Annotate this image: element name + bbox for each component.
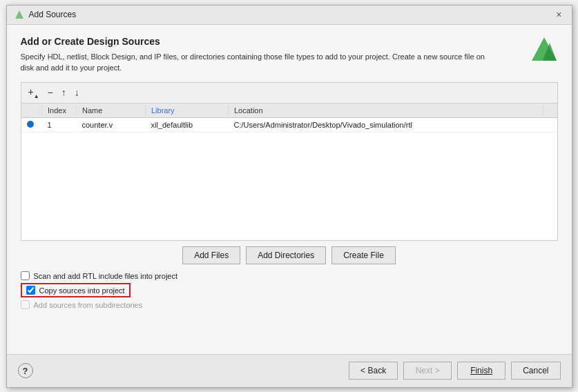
- create-file-button[interactable]: Create File: [331, 246, 396, 264]
- next-button[interactable]: Next >: [403, 362, 452, 380]
- add-subdirs-row: Add sources from subdirectories: [21, 300, 558, 309]
- add-icon: +: [28, 86, 34, 97]
- file-actions: Add Files Add Directories Create File: [21, 246, 558, 264]
- toolbar: +▲ − ↑ ↓: [21, 82, 558, 104]
- add-files-button[interactable]: Add Files: [182, 246, 240, 264]
- finish-button[interactable]: Finish: [457, 362, 505, 380]
- svg-marker-0: [15, 10, 23, 19]
- copy-sources-row: Copy sources into project: [21, 283, 131, 297]
- scan-rtl-label[interactable]: Scan and add RTL include files into proj…: [34, 272, 178, 280]
- sources-table: Index Name Library Location: [21, 104, 557, 133]
- col-status: [21, 104, 42, 118]
- row-name: counter.v: [77, 118, 146, 133]
- down-icon: ↓: [75, 87, 79, 98]
- table-header-row: Index Name Library Location: [21, 104, 557, 118]
- dialog-body: Add or Create Design Sources Specify HDL…: [7, 25, 572, 354]
- footer-right: < Back Next > Finish Cancel: [349, 362, 560, 380]
- remove-source-button[interactable]: −: [44, 86, 57, 99]
- up-icon: ↑: [61, 87, 66, 98]
- desc-line2: disk and add it to your project.: [21, 63, 122, 72]
- header-text: Add or Create Design Sources Specify HDL…: [21, 36, 530, 82]
- move-down-button[interactable]: ↓: [71, 86, 83, 99]
- col-location: Location: [229, 104, 543, 118]
- sources-table-area: Index Name Library Location: [21, 103, 558, 241]
- header-top: Add or Create Design Sources Specify HDL…: [21, 36, 558, 82]
- copy-sources-checkbox[interactable]: [26, 286, 35, 295]
- window-title: Add Sources: [29, 10, 77, 19]
- section-title: Add or Create Design Sources: [21, 36, 530, 47]
- minus-icon: −: [48, 87, 53, 98]
- title-bar-left: Add Sources: [14, 9, 77, 20]
- title-bar: Add Sources ×: [7, 6, 572, 25]
- row-status: [21, 118, 42, 133]
- options-area: Scan and add RTL include files into proj…: [21, 271, 558, 312]
- close-button[interactable]: ×: [553, 8, 564, 21]
- col-extra: [543, 104, 557, 118]
- col-index: Index: [42, 104, 77, 118]
- table-row[interactable]: 1 counter.v xil_defaultlib C:/Users/Admi…: [21, 118, 557, 133]
- section-desc: Specify HDL, netlist, Block Design, and …: [21, 51, 530, 74]
- row-location: C:/Users/Administrator/Desktop/Vivado_si…: [229, 118, 543, 133]
- row-extra: [543, 118, 557, 133]
- add-subdirs-checkbox[interactable]: [21, 300, 30, 309]
- add-sources-dialog: Add Sources × Add or Create Design Sourc…: [6, 5, 572, 388]
- vivado-logo: [530, 36, 558, 63]
- dialog-footer: ? < Back Next > Finish Cancel: [7, 354, 572, 387]
- row-library: xil_defaultlib: [146, 118, 229, 133]
- scan-rtl-row: Scan and add RTL include files into proj…: [21, 271, 558, 280]
- copy-sources-label[interactable]: Copy sources into project: [39, 286, 125, 295]
- cancel-button[interactable]: Cancel: [511, 362, 560, 380]
- row-index: 1: [42, 118, 77, 133]
- move-up-button[interactable]: ↑: [58, 86, 70, 99]
- back-button[interactable]: < Back: [349, 362, 398, 380]
- add-source-button[interactable]: +▲: [25, 85, 43, 101]
- add-directories-button[interactable]: Add Directories: [246, 246, 326, 264]
- col-library: Library: [146, 104, 229, 118]
- help-button[interactable]: ?: [18, 363, 33, 378]
- status-dot: [27, 121, 34, 128]
- col-name: Name: [77, 104, 146, 118]
- desc-line1: Specify HDL, netlist, Block Design, and …: [21, 52, 485, 61]
- footer-left: ?: [18, 363, 33, 378]
- add-subdirs-label: Add sources from subdirectories: [34, 301, 143, 309]
- scan-rtl-checkbox[interactable]: [21, 271, 30, 280]
- vivado-title-icon: [14, 9, 25, 20]
